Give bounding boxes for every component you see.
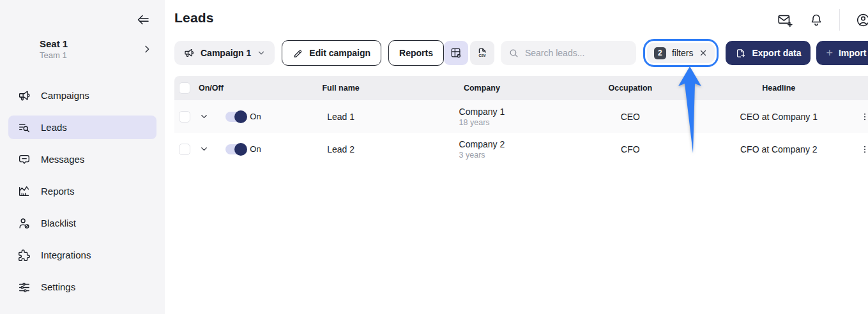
svg-text:CSV: CSV (479, 54, 487, 57)
account-name: Seat 1 (40, 38, 68, 49)
chevron-down-icon (199, 112, 209, 121)
chevron-down-icon (257, 49, 266, 57)
sidebar-item-label: Settings (41, 281, 75, 292)
table-view-button[interactable] (444, 41, 468, 65)
lead-company: Company 1 (459, 107, 505, 117)
lead-occupation: CFO (556, 144, 704, 154)
account-team: Team 1 (40, 50, 68, 60)
row-menu-button[interactable] (853, 144, 868, 154)
search-box (501, 41, 636, 65)
lead-occupation: CEO (556, 112, 704, 122)
bell-icon[interactable] (809, 12, 824, 27)
sidebar-item-label: Reports (41, 186, 75, 197)
sidebar-item-leads[interactable]: Leads (8, 116, 156, 139)
pencil-icon (293, 48, 303, 59)
import-button[interactable]: + Import (816, 41, 868, 65)
file-export-icon (735, 48, 746, 59)
topbar-actions (777, 11, 868, 28)
sidebar-item-label: Integrations (41, 250, 91, 260)
sidebar-item-settings[interactable]: Settings (8, 275, 156, 299)
sidebar-item-label: Leads (41, 122, 67, 133)
plus-icon: + (826, 47, 833, 59)
leads-table: On/Off Full name Company Occupation Head… (174, 76, 868, 165)
sidebar-item-integrations[interactable]: Integrations (8, 243, 156, 267)
sidebar-item-reports[interactable]: Reports (8, 179, 156, 203)
filters-count-badge: 2 (654, 47, 666, 59)
toggle-knob (234, 110, 247, 123)
sidebar-item-label: Blacklist (41, 218, 76, 228)
table-row: On Lead 2 Company 2 3 years CFO CFO at C… (174, 133, 868, 165)
filters-chip[interactable]: 2 filters (647, 43, 715, 63)
lead-full-name[interactable]: Lead 1 (274, 112, 407, 122)
column-header-company[interactable]: Company (407, 84, 556, 93)
chart-icon (17, 184, 31, 198)
chevron-down-icon (199, 144, 209, 154)
kebab-icon (860, 144, 868, 154)
export-data-label: Export data (752, 48, 801, 58)
campaign-selector[interactable]: Campaign 1 (174, 41, 275, 65)
lead-company-tenure: 3 years (459, 151, 505, 160)
lead-company: Company 2 (459, 139, 505, 149)
edit-campaign-label: Edit campaign (309, 48, 370, 58)
view-toggle: CSV (444, 41, 494, 65)
lead-toggle[interactable] (225, 112, 246, 122)
row-menu-button[interactable] (853, 112, 868, 122)
table-row: On Lead 1 Company 1 18 years CEO CEO at … (174, 100, 868, 133)
table-settings-icon (450, 47, 462, 59)
account-switcher[interactable]: Seat 1 Team 1 (0, 38, 165, 60)
lead-headline: CEO at Company 1 (704, 112, 853, 122)
close-icon[interactable] (699, 49, 708, 57)
filters-highlight-ring: 2 filters (643, 39, 719, 67)
search-icon (508, 48, 519, 59)
message-icon (17, 153, 31, 167)
reports-button[interactable]: Reports (388, 40, 444, 66)
kebab-icon (860, 112, 868, 122)
user-block-icon (17, 216, 31, 230)
sidebar-item-label: Campaigns (41, 90, 89, 101)
lead-headline: CFO at Company 2 (704, 144, 853, 154)
list-search-icon (17, 121, 31, 135)
export-data-button[interactable]: Export data (726, 41, 811, 65)
user-circle-icon[interactable] (855, 12, 868, 28)
sidebar-nav: Campaigns Leads Messages (8, 84, 156, 299)
row-checkbox[interactable] (179, 111, 190, 123)
lead-full-name[interactable]: Lead 2 (274, 144, 407, 154)
edit-campaign-button[interactable]: Edit campaign (282, 40, 381, 66)
column-header-headline[interactable]: Headline (704, 84, 853, 93)
toolbar: Campaign 1 Edit campaign Reports (174, 39, 868, 67)
sidebar: Seat 1 Team 1 Campaigns (0, 0, 165, 314)
table-header-row: On/Off Full name Company Occupation Head… (174, 76, 868, 100)
sidebar-item-blacklist[interactable]: Blacklist (8, 211, 156, 235)
puzzle-icon (17, 248, 31, 262)
row-checkbox[interactable] (179, 144, 190, 155)
sidebar-collapse-button[interactable] (135, 12, 151, 27)
toggle-knob (234, 143, 247, 156)
lead-company-tenure: 18 years (459, 118, 505, 127)
csv-view-button[interactable]: CSV (470, 41, 494, 65)
sliders-icon (17, 280, 31, 294)
import-label: Import (839, 48, 867, 58)
megaphone-icon (183, 47, 195, 59)
sidebar-item-campaigns[interactable]: Campaigns (8, 84, 156, 107)
sidebar-item-label: Messages (41, 154, 84, 165)
column-header-occupation[interactable]: Occupation (556, 84, 704, 93)
main-content: Leads (165, 0, 868, 314)
column-header-fullname[interactable]: Full name (274, 84, 407, 93)
search-input[interactable] (525, 48, 628, 58)
row-expand-button[interactable] (195, 112, 213, 121)
app-window: Seat 1 Team 1 Campaigns (0, 0, 868, 314)
sidebar-item-messages[interactable]: Messages (8, 147, 156, 171)
mail-plus-icon[interactable] (777, 11, 793, 28)
lead-toggle[interactable] (225, 144, 246, 154)
megaphone-icon (17, 89, 31, 103)
column-header-onoff[interactable]: On/Off (195, 84, 274, 93)
filters-chip-label: filters (672, 48, 693, 58)
page-title: Leads (174, 10, 868, 26)
chevron-right-icon (142, 44, 152, 54)
reports-button-label: Reports (399, 48, 433, 58)
toggle-state-label: On (250, 144, 261, 154)
csv-file-icon: CSV (476, 47, 489, 59)
topbar-divider (839, 9, 840, 31)
select-all-checkbox[interactable] (179, 82, 190, 94)
row-expand-button[interactable] (195, 144, 213, 154)
